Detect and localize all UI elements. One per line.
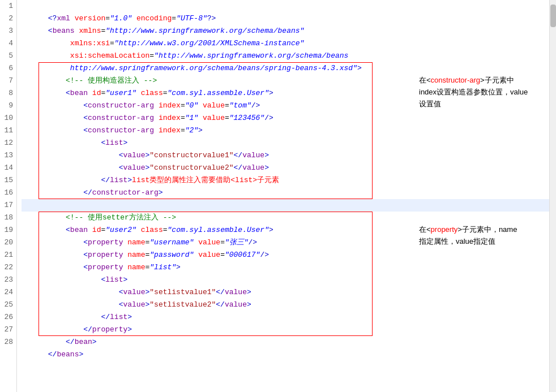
code-line-14: </list>list类型的属性注入需要借助<list>子元素: [22, 162, 549, 174]
code-line-24: <value>"setlistvalue2"</value>: [22, 286, 549, 299]
code-line-5: http://www.springframework.org/schema/be…: [22, 50, 549, 62]
code-line-18: <bean id="user2" class="com.syl.assemble…: [22, 212, 549, 224]
code-line-13: <value>"constructorvalue2"</value>: [22, 149, 549, 162]
tag-beans-close-gt: >: [79, 350, 83, 359]
code-line-3: xmlns:xsi="http://www.w3.org/2001/XMLSch…: [22, 25, 549, 37]
code-line-1: <?xml version="1.0" encoding="UTF-8"?>: [22, 0, 549, 12]
code-line-16: </bean>: [22, 187, 549, 199]
tag-beans-close-name: beans: [57, 350, 79, 359]
code-line-23: <value>"setlistvalue1"</value>: [22, 274, 549, 286]
code-line-17: <!-- 使用setter方法注入 -->: [22, 199, 549, 212]
code-line-27: </bean>: [22, 324, 549, 336]
code-line-6: <!-- 使用构造器注入 -->: [22, 62, 549, 75]
code-line-22: <list>: [22, 261, 549, 274]
code-line-4: xsi:schemaLocation="http://www.springfra…: [22, 37, 549, 50]
code-area[interactable]: <?xml version="1.0" encoding="UTF-8"?> <…: [17, 0, 549, 392]
tag-beans-close: </: [48, 350, 57, 359]
code-line-25: </list>: [22, 299, 549, 311]
code-line-15: </constructor-arg>: [22, 174, 549, 187]
code-line-21: <property name="list">: [22, 249, 549, 261]
annotation-constructor-text: 在<constructor-arg>子元素中 index设置构造器参数位置，va…: [419, 76, 528, 108]
code-line-11: <list>: [22, 124, 549, 137]
scrollbar[interactable]: [549, 0, 556, 392]
code-line-12: <value>"constructorvalue1"</value>: [22, 137, 549, 149]
scrollbar-thumb[interactable]: [550, 5, 556, 27]
line-numbers: 1 2 3 4 5 6 7 8 9 10 11 12 13 14 15 16 1…: [0, 0, 17, 392]
code-line-28: </beans>: [22, 336, 549, 348]
code-line-26: </property>: [22, 311, 549, 324]
editor: 1 2 3 4 5 6 7 8 9 10 11 12 13 14 15 16 1…: [0, 0, 556, 392]
code-line-2: <beans xmlns="http://www.springframework…: [22, 12, 549, 25]
annotation-property-text: 在<property>子元素中，name 指定属性，value指定值: [419, 225, 517, 245]
annotation-property: 在<property>子元素中，name 指定属性，value指定值: [419, 224, 544, 248]
annotation-constructor: 在<constructor-arg>子元素中 index设置构造器参数位置，va…: [419, 75, 544, 110]
code-line-10: <constructor-arg index="2">: [22, 112, 549, 124]
